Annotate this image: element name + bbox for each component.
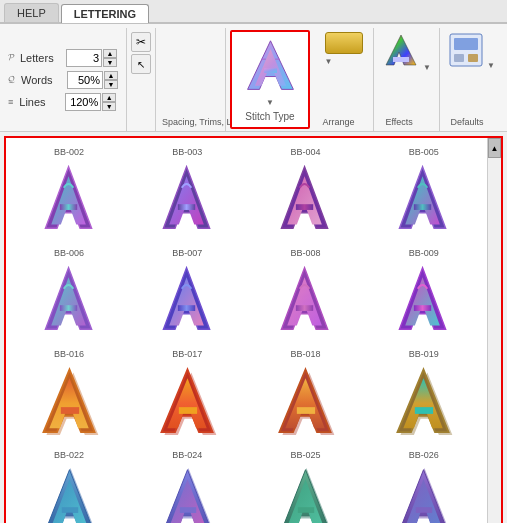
grid-item[interactable]: BB-006: [10, 243, 128, 344]
lines-input[interactable]: [65, 93, 101, 111]
lines-label: Lines: [19, 96, 61, 108]
grid-item[interactable]: BB-005: [365, 142, 483, 243]
letters-label: Letters: [20, 52, 62, 64]
grid-item[interactable]: BB-004: [247, 142, 365, 243]
grid-item-label: BB-009: [409, 248, 439, 258]
words-icon: 𝓠: [8, 74, 15, 85]
grid-item[interactable]: BB-002: [10, 142, 128, 243]
grid-item-label: BB-022: [54, 450, 84, 460]
letter-preview: [268, 462, 343, 523]
words-down[interactable]: ▼: [104, 80, 118, 89]
defaults-button[interactable]: ▼: [448, 32, 495, 70]
svg-rect-18: [297, 407, 315, 414]
grid-item-label: BB-008: [291, 248, 321, 258]
grid-item-label: BB-016: [54, 349, 84, 359]
grid-item[interactable]: BB-026: [365, 445, 483, 523]
grid-item[interactable]: BB-024: [128, 445, 246, 523]
letters-row: 𝓟 Letters ▲ ▼: [8, 49, 118, 67]
grid-item-label: BB-024: [172, 450, 202, 460]
words-spinner: ▲ ▼: [104, 71, 118, 89]
words-row: 𝓠 Words ▲ ▼: [8, 71, 118, 89]
grid-item-label: BB-004: [291, 147, 321, 157]
scrollbar[interactable]: ▲ ▼: [487, 138, 501, 523]
letter-grid-container: BB-002 BB-003: [4, 136, 503, 523]
grid-item[interactable]: BB-019: [365, 344, 483, 445]
defaults-arrow: ▼: [487, 61, 495, 70]
stitch-type-label: Stitch Type: [245, 111, 294, 122]
svg-rect-16: [60, 407, 78, 414]
letter-preview: [386, 361, 461, 438]
letter-preview: [32, 462, 107, 523]
svg-rect-14: [296, 305, 313, 311]
grid-item-label: BB-019: [409, 349, 439, 359]
tab-help[interactable]: HELP: [4, 3, 59, 22]
svg-rect-22: [298, 507, 314, 513]
grid-item[interactable]: BB-009: [365, 243, 483, 344]
arrange-icons: ▼: [325, 32, 363, 66]
grid-item[interactable]: BB-008: [247, 243, 365, 344]
svg-rect-19: [415, 407, 433, 414]
effects-arrow: ▼: [423, 63, 431, 72]
letter-preview: [268, 159, 343, 236]
words-up[interactable]: ▲: [104, 71, 118, 80]
letters-up[interactable]: ▲: [103, 49, 117, 58]
grid-item-label: BB-007: [172, 248, 202, 258]
words-label: Words: [21, 74, 63, 86]
grid-item-label: BB-006: [54, 248, 84, 258]
grid-item[interactable]: BB-016: [10, 344, 128, 445]
tab-lettering[interactable]: LETTERING: [61, 4, 149, 23]
spacing-label: Spacing, Trims, Lock Stitches: [162, 117, 204, 127]
scissors-button[interactable]: ✂: [131, 32, 151, 52]
letters-spinner: ▲ ▼: [103, 49, 117, 67]
grid-item[interactable]: BB-025: [247, 445, 365, 523]
lines-input-group: ▲ ▼: [65, 93, 116, 111]
svg-rect-3: [393, 57, 409, 62]
letter-preview: [386, 159, 461, 236]
tab-bar: HELP LETTERING: [0, 0, 507, 24]
stitch-type-a-button[interactable]: ▼: [243, 36, 298, 107]
grid-item-label: BB-005: [409, 147, 439, 157]
svg-rect-6: [454, 54, 464, 62]
svg-rect-10: [296, 204, 313, 210]
lines-icon: ≡: [8, 97, 13, 107]
cursor-button[interactable]: ↖: [131, 54, 151, 74]
grid-item[interactable]: BB-022: [10, 445, 128, 523]
defaults-section: ▼ Defaults: [440, 28, 503, 131]
grid-item-label: BB-002: [54, 147, 84, 157]
letter-preview: [386, 462, 461, 523]
lines-down[interactable]: ▼: [102, 102, 116, 111]
words-input[interactable]: [67, 71, 103, 89]
letters-input[interactable]: [66, 49, 102, 67]
letter-preview: [32, 260, 107, 337]
letters-down[interactable]: ▼: [103, 58, 117, 67]
effects-button[interactable]: ▼: [382, 32, 431, 72]
letter-preview: [268, 361, 343, 438]
svg-rect-5: [454, 38, 478, 50]
scroll-up-button[interactable]: ▲: [488, 138, 501, 158]
letter-preview: [32, 159, 107, 236]
letter-preview: [150, 260, 225, 337]
letter-grid: BB-002 BB-003: [6, 138, 487, 523]
ribbon-controls-section: 𝓟 Letters ▲ ▼ 𝓠 Words ▲ ▼ ≡: [4, 28, 127, 131]
arrange-button[interactable]: ▼: [325, 32, 363, 66]
svg-rect-21: [180, 507, 196, 513]
lines-spinner: ▲ ▼: [102, 93, 116, 111]
scroll-track: [488, 158, 501, 523]
grid-item[interactable]: BB-017: [128, 344, 246, 445]
grid-item[interactable]: BB-007: [128, 243, 246, 344]
grid-item[interactable]: BB-003: [128, 142, 246, 243]
grid-item-label: BB-018: [291, 349, 321, 359]
svg-rect-23: [416, 507, 432, 513]
stitch-type-icons: ▼: [243, 36, 298, 107]
letters-input-group: ▲ ▼: [66, 49, 117, 67]
grid-item[interactable]: BB-018: [247, 344, 365, 445]
svg-rect-12: [60, 305, 77, 311]
lines-row: ≡ Lines ▲ ▼: [8, 93, 118, 111]
lines-up[interactable]: ▲: [102, 93, 116, 102]
svg-rect-20: [61, 507, 77, 513]
defaults-icon: [448, 32, 484, 68]
arrange-arrow: ▼: [325, 57, 333, 66]
stitch-type-arrow: ▼: [266, 98, 274, 107]
svg-rect-7: [468, 54, 478, 62]
effects-icon: [382, 32, 420, 70]
